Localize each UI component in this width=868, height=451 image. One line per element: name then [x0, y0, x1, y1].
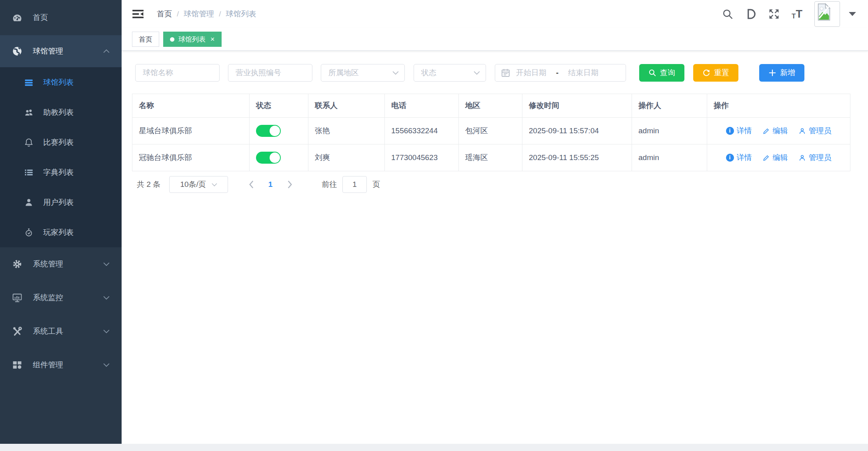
sidebar-item-user-list[interactable]: 用户列表: [0, 187, 122, 217]
sidebar-submenu-hall: 球馆列表 助教列表 比赛列表 字典列表: [0, 67, 122, 247]
col-header-phone: 电话: [385, 94, 459, 118]
reset-button-label: 重置: [714, 68, 729, 78]
detail-link[interactable]: i详情: [726, 126, 752, 136]
user-icon: [24, 198, 34, 207]
navbar-right: TT: [722, 1, 856, 27]
hall-name-input[interactable]: [135, 64, 220, 82]
search-button[interactable]: 查询: [639, 64, 684, 82]
tag-label: 首页: [139, 35, 152, 44]
status-select-placeholder: 状态: [421, 68, 474, 78]
breadcrumb-hall-management[interactable]: 球馆管理: [184, 9, 214, 19]
components-icon: [12, 360, 22, 370]
cell-status: [250, 118, 308, 144]
gear-icon: [12, 259, 22, 269]
sidebar-collapse-icon[interactable]: [132, 9, 144, 19]
stopwatch-icon: [24, 228, 34, 237]
sidebar-item-system-monitor[interactable]: 系统监控: [0, 281, 122, 315]
col-header-actions: 操作: [707, 94, 850, 118]
next-page-button[interactable]: [282, 180, 298, 188]
main-area: 首页 / 球馆管理 / 球馆列表 TT: [122, 0, 868, 444]
avatar-caret-icon[interactable]: [849, 12, 856, 16]
goto-page-input[interactable]: [342, 176, 367, 193]
tag-home[interactable]: 首页: [132, 32, 159, 47]
page-unit-label: 页: [372, 179, 380, 190]
goto-label: 前往: [322, 179, 337, 190]
active-tag-dot: [170, 37, 174, 42]
edit-link[interactable]: 编辑: [762, 152, 788, 163]
breadcrumb-home[interactable]: 首页: [157, 9, 172, 19]
table-row: 星域台球俱乐部 张艳 15566332244 包河区 2025-09-11 15…: [132, 118, 850, 144]
chevron-down-icon: [212, 183, 217, 186]
sidebar-item-system-tools[interactable]: 系统工具: [0, 315, 122, 348]
sidebar-item-hall-management[interactable]: 球馆管理: [0, 35, 122, 67]
bell-icon: [24, 138, 34, 147]
status-toggle[interactable]: [256, 152, 281, 164]
reset-button[interactable]: 重置: [693, 64, 738, 82]
sidebar-item-component-management[interactable]: 组件管理: [0, 348, 122, 382]
status-select[interactable]: 状态: [414, 64, 486, 82]
sidebar-item-label: 用户列表: [43, 197, 74, 208]
sidebar-item-match-list[interactable]: 比赛列表: [0, 127, 122, 157]
sidebar-item-label: 系统监控: [33, 293, 63, 303]
list-icon: [24, 78, 34, 87]
cell-modified: 2025-09-11 15:55:25: [522, 144, 632, 171]
avatar[interactable]: [814, 1, 840, 27]
cell-operator: admin: [632, 144, 707, 171]
manager-link[interactable]: 管理员: [798, 126, 832, 136]
cell-phone: 17730045623: [385, 144, 459, 171]
sidebar-item-label: 球馆列表: [43, 77, 74, 88]
add-button[interactable]: 新增: [759, 64, 804, 82]
cell-modified: 2025-09-11 15:57:04: [522, 118, 632, 144]
sidebar-item-label: 字典列表: [43, 167, 74, 178]
sidebar-item-label: 球馆管理: [33, 46, 63, 56]
col-header-status: 状态: [250, 94, 308, 118]
edit-link[interactable]: 编辑: [762, 126, 788, 136]
col-header-name: 名称: [132, 94, 250, 118]
chevron-up-icon: [103, 49, 110, 53]
sidebar-item-home[interactable]: 首页: [0, 0, 122, 35]
search-icon[interactable]: [722, 8, 733, 20]
table-row: 冠驰台球俱乐部 刘爽 17730045623 瑶海区 2025-09-11 15…: [132, 144, 850, 171]
page-content: 所属地区 状态 开始日期 - 结束日期 查询: [122, 64, 868, 193]
chevron-down-icon: [103, 363, 110, 367]
app-window: 首页 球馆管理 球馆列表 助教列表: [0, 0, 868, 451]
license-number-input[interactable]: [228, 64, 312, 82]
cell-name: 星域台球俱乐部: [132, 118, 250, 144]
docs-icon[interactable]: [745, 8, 756, 20]
sidebar-item-assistant-list[interactable]: 助教列表: [0, 97, 122, 127]
person-icon: [798, 154, 806, 162]
status-toggle[interactable]: [256, 125, 281, 137]
filter-row: 所属地区 状态 开始日期 - 结束日期 查询: [135, 64, 858, 82]
chevron-down-icon: [103, 329, 110, 333]
calendar-icon: [501, 68, 510, 78]
cell-contact: 张艳: [308, 118, 385, 144]
sidebar-item-player-list[interactable]: 玩家列表: [0, 217, 122, 247]
monitor-icon: [12, 293, 22, 303]
sidebar-item-dict-list[interactable]: 字典列表: [0, 157, 122, 187]
cell-status: [250, 144, 308, 171]
manager-link[interactable]: 管理员: [798, 152, 832, 163]
sidebar-item-system-management[interactable]: 系统管理: [0, 247, 122, 281]
pagination-total: 共 2 条: [137, 179, 160, 190]
cell-district: 瑶海区: [459, 144, 522, 171]
sidebar-item-label: 系统管理: [33, 259, 63, 269]
add-button-label: 新增: [780, 68, 795, 78]
date-range-picker[interactable]: 开始日期 - 结束日期: [495, 64, 626, 82]
sidebar-item-label: 比赛列表: [43, 137, 74, 148]
sidebar-item-hall-list[interactable]: 球馆列表: [0, 67, 122, 97]
region-select[interactable]: 所属地区: [321, 64, 405, 82]
page-size-select[interactable]: 10条/页: [169, 176, 228, 193]
col-header-contact: 联系人: [308, 94, 385, 118]
fullscreen-icon[interactable]: [768, 8, 780, 20]
detail-link[interactable]: i详情: [726, 152, 752, 163]
cell-contact: 刘爽: [308, 144, 385, 171]
table-header-row: 名称 状态 联系人 电话 地区 修改时间 操作人 操作: [132, 94, 850, 118]
tag-close-icon[interactable]: ×: [210, 36, 215, 43]
pencil-icon: [762, 127, 770, 135]
current-page[interactable]: 1: [262, 180, 278, 189]
tag-hall-list[interactable]: 球馆列表 ×: [163, 32, 222, 47]
font-size-icon[interactable]: TT: [792, 9, 802, 20]
col-header-modified: 修改时间: [522, 94, 632, 118]
prev-page-button[interactable]: [243, 180, 259, 188]
page-size-value: 10条/页: [180, 179, 206, 190]
